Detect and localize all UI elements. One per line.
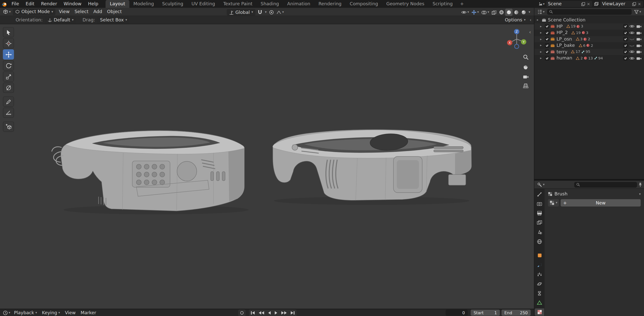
shading-wireframe-button[interactable] (498, 9, 505, 16)
tab-constraints[interactable] (535, 290, 544, 297)
new-texture-button[interactable]: + New (561, 199, 641, 206)
shading-rendered-button[interactable] (520, 9, 527, 16)
drag-mode-dropdown[interactable]: Select Box ▾ (97, 17, 129, 23)
eye-icon[interactable] (629, 56, 634, 60)
orientation-default-dropdown[interactable]: Default ▾ (45, 17, 76, 23)
scene-selector[interactable]: Scene × (546, 1, 592, 7)
properties-search-input[interactable] (582, 182, 635, 187)
xray-toggle[interactable] (490, 9, 498, 16)
transform-orientation-dropdown[interactable]: Global ▾ (227, 9, 255, 16)
gizmos-toggle[interactable]: ▾ (470, 9, 480, 16)
outliner-editor-type-button[interactable]: ▾ (536, 8, 546, 15)
tool-annotate[interactable] (3, 96, 14, 107)
editor-type-button[interactable]: ▾ (2, 8, 12, 15)
tab-physics[interactable] (535, 280, 544, 287)
eye-icon[interactable] (629, 24, 634, 28)
menu-edit[interactable]: Edit (22, 0, 38, 8)
eye-closed-icon[interactable] (629, 37, 634, 41)
camera-icon[interactable] (636, 43, 641, 47)
camera-icon[interactable] (636, 31, 641, 35)
outliner-filter-button[interactable]: ▾ (633, 8, 642, 15)
tab-texture[interactable] (535, 308, 544, 316)
collection-checkbox[interactable] (545, 37, 549, 41)
proportional-falloff-dropdown[interactable]: ▾ (275, 9, 285, 16)
menu-add[interactable]: Add (91, 9, 105, 14)
tool-move[interactable] (3, 49, 14, 60)
navigation-gizmo[interactable]: Z X Y (505, 27, 528, 50)
workspace-tab-compositing[interactable]: Compositing (346, 0, 382, 8)
menu-file[interactable]: File (8, 0, 22, 8)
eye-icon[interactable] (629, 31, 634, 35)
collection-name[interactable]: HP_2 (556, 30, 568, 35)
menu-view[interactable]: View (56, 9, 72, 14)
tool-cursor[interactable] (3, 38, 14, 49)
workspace-tab-modeling[interactable]: Modeling (129, 0, 158, 8)
collection-checkbox[interactable] (545, 24, 549, 28)
jump-to-end-button[interactable] (289, 309, 296, 316)
exclude-checkbox[interactable] (623, 50, 627, 54)
timeline-menu-keying[interactable]: Keying ▾ (40, 310, 62, 315)
zoom-view-button[interactable] (522, 53, 529, 61)
tab-object[interactable] (535, 252, 544, 259)
pan-view-button[interactable] (522, 63, 529, 70)
auto-keying-button[interactable] (238, 309, 246, 316)
tool-add-cube[interactable] (3, 122, 14, 132)
tab-tool[interactable] (535, 191, 544, 198)
pin-icon[interactable] (638, 182, 642, 187)
menu-object[interactable]: Object (105, 9, 124, 14)
add-workspace-button[interactable]: + (457, 0, 467, 8)
workspace-tab-rendering[interactable]: Rendering (314, 0, 346, 8)
timeline-menu-view[interactable]: View (62, 310, 78, 315)
workspace-tab-layout[interactable]: Layout (106, 0, 129, 8)
toggle-ortho-button[interactable] (522, 82, 529, 89)
collection-name[interactable]: Scene Collection (548, 17, 586, 23)
blender-logo-icon[interactable] (0, 0, 8, 8)
viewport-3d[interactable]: Z X Y ‹ (0, 24, 534, 309)
proportional-editing-toggle[interactable] (268, 9, 275, 16)
tool-select-box[interactable] (3, 27, 14, 38)
unlink-scene-icon[interactable]: × (586, 2, 591, 6)
workspace-tab-uv-editing[interactable]: UV Editing (187, 0, 219, 8)
shading-dropdown[interactable]: ▾ (527, 9, 531, 16)
menu-window[interactable]: Window (60, 0, 85, 8)
timeline-menu-playback[interactable]: Playback ▾ (12, 310, 40, 315)
browse-scene-icon[interactable]: ▾ (537, 0, 546, 8)
play-reverse-button[interactable] (266, 309, 273, 316)
texture-type-dropdown[interactable]: ▾ (548, 199, 559, 206)
collection-name[interactable]: HP (556, 24, 563, 29)
tool-scale[interactable] (3, 72, 14, 82)
next-keyframe-button[interactable] (279, 309, 289, 316)
tool-measure[interactable] (3, 108, 14, 118)
properties-search[interactable] (574, 182, 637, 188)
disclosure-icon[interactable]: ▸ (540, 31, 544, 35)
frame-end-field[interactable]: End 250 (501, 310, 531, 316)
collection-name[interactable]: human (556, 56, 572, 61)
tab-scene[interactable] (535, 228, 544, 236)
outliner-row-hp2[interactable]: ▸ HP_2 19 3 (534, 29, 644, 36)
disclosure-icon[interactable]: ▸ (540, 56, 544, 60)
workspace-tab-shading[interactable]: Shading (256, 0, 283, 8)
tab-modifiers[interactable] (535, 261, 544, 268)
exclude-checkbox[interactable] (623, 43, 627, 47)
workspace-tab-scripting[interactable]: Scripting (428, 0, 457, 8)
timeline-editor-type-button[interactable]: ▾ (2, 309, 12, 316)
menu-render[interactable]: Render (38, 0, 60, 8)
outliner-row-lp-bake[interactable]: ▸ LP_bake 6 2 (534, 42, 644, 49)
collection-name[interactable]: LP_osn (556, 37, 572, 42)
jump-to-start-button[interactable] (249, 309, 257, 316)
camera-icon[interactable] (636, 56, 641, 60)
camera-icon[interactable] (636, 50, 641, 54)
exclude-checkbox[interactable] (623, 31, 627, 35)
disclosure-icon[interactable]: ▸ (540, 50, 544, 54)
collection-name[interactable]: LP_bake (556, 43, 575, 48)
disclosure-icon[interactable]: ▸ (537, 18, 540, 22)
workspace-tab-animation[interactable]: Animation (283, 0, 314, 8)
disclosure-icon[interactable]: ▸ (540, 44, 544, 47)
collection-checkbox[interactable] (545, 56, 549, 60)
tool-rotate[interactable] (3, 60, 14, 71)
camera-icon[interactable] (636, 37, 641, 41)
collection-checkbox[interactable] (545, 43, 549, 47)
outliner-search-input[interactable] (555, 10, 630, 14)
exclude-checkbox[interactable] (623, 56, 627, 60)
tab-render[interactable] (535, 200, 544, 207)
